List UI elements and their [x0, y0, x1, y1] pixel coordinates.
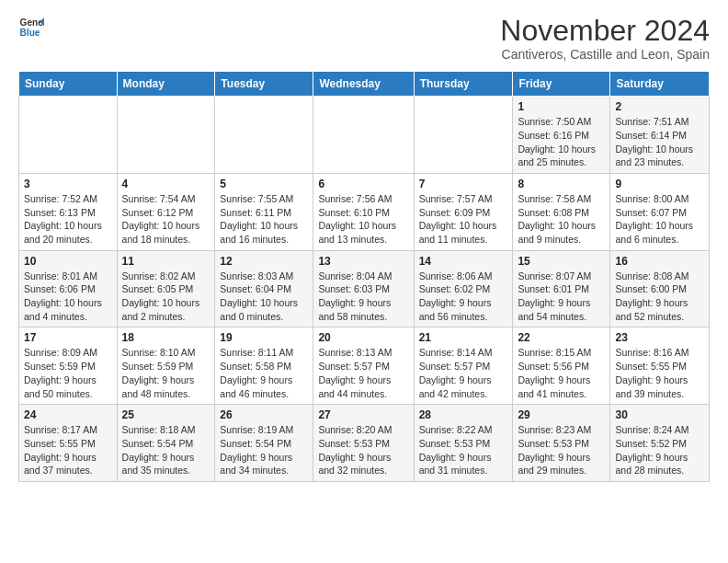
calendar-cell: 30Sunrise: 8:24 AMSunset: 5:52 PMDayligh…	[610, 405, 710, 482]
calendar-cell	[19, 97, 118, 174]
calendar-cell: 17Sunrise: 8:09 AMSunset: 5:59 PMDayligh…	[19, 327, 118, 405]
week-row-4: 17Sunrise: 8:09 AMSunset: 5:59 PMDayligh…	[19, 327, 710, 405]
calendar-cell: 24Sunrise: 8:17 AMSunset: 5:55 PMDayligh…	[19, 405, 118, 482]
calendar-cell: 13Sunrise: 8:04 AMSunset: 6:03 PMDayligh…	[313, 250, 414, 327]
svg-text:General: General	[20, 17, 44, 28]
day-number: 25	[122, 408, 210, 421]
calendar-cell: 8Sunrise: 7:58 AMSunset: 6:08 PMDaylight…	[513, 173, 610, 250]
day-info: Sunrise: 7:51 AMSunset: 6:14 PMDaylight:…	[615, 115, 704, 169]
day-info: Sunrise: 8:20 AMSunset: 5:53 PMDaylight:…	[318, 423, 408, 477]
day-info: Sunrise: 8:23 AMSunset: 5:53 PMDaylight:…	[518, 423, 605, 477]
week-row-2: 3Sunrise: 7:52 AMSunset: 6:13 PMDaylight…	[19, 173, 710, 250]
calendar-cell: 16Sunrise: 8:08 AMSunset: 6:00 PMDayligh…	[610, 250, 710, 327]
day-info: Sunrise: 8:14 AMSunset: 5:57 PMDaylight:…	[419, 346, 508, 400]
day-info: Sunrise: 8:18 AMSunset: 5:54 PMDaylight:…	[122, 423, 210, 477]
day-number: 17	[24, 331, 112, 344]
weekday-header-monday: Monday	[117, 72, 215, 97]
day-info: Sunrise: 7:58 AMSunset: 6:08 PMDaylight:…	[518, 192, 605, 247]
day-number: 11	[122, 255, 210, 268]
calendar-cell: 23Sunrise: 8:16 AMSunset: 5:55 PMDayligh…	[610, 327, 710, 405]
weekday-header-friday: Friday	[513, 72, 610, 97]
calendar-cell: 22Sunrise: 8:15 AMSunset: 5:56 PMDayligh…	[513, 327, 610, 405]
weekday-header-thursday: Thursday	[414, 72, 513, 97]
day-info: Sunrise: 8:09 AMSunset: 5:59 PMDaylight:…	[24, 346, 112, 400]
page-title: November 2024	[500, 15, 710, 47]
day-number: 4	[122, 178, 210, 190]
day-number: 21	[419, 331, 508, 344]
day-number: 29	[518, 408, 605, 421]
calendar-cell: 3Sunrise: 7:52 AMSunset: 6:13 PMDaylight…	[19, 173, 118, 250]
day-number: 27	[318, 408, 408, 421]
calendar-body: 1Sunrise: 7:50 AMSunset: 6:16 PMDaylight…	[19, 97, 710, 482]
calendar-cell: 4Sunrise: 7:54 AMSunset: 6:12 PMDaylight…	[117, 173, 215, 250]
day-info: Sunrise: 7:52 AMSunset: 6:13 PMDaylight:…	[24, 192, 112, 247]
day-info: Sunrise: 8:07 AMSunset: 6:01 PMDaylight:…	[518, 270, 605, 324]
day-number: 18	[122, 331, 210, 344]
day-info: Sunrise: 8:02 AMSunset: 6:05 PMDaylight:…	[122, 270, 210, 324]
day-number: 20	[318, 331, 408, 344]
day-number: 5	[220, 178, 308, 190]
day-number: 8	[518, 178, 605, 190]
weekday-header-saturday: Saturday	[610, 72, 710, 97]
calendar-cell	[215, 97, 313, 174]
calendar-cell: 1Sunrise: 7:50 AMSunset: 6:16 PMDaylight…	[513, 97, 610, 174]
logo: General Blue	[18, 15, 44, 40]
day-number: 1	[518, 100, 605, 113]
weekday-header-wednesday: Wednesday	[313, 72, 414, 97]
day-number: 22	[518, 331, 605, 344]
day-number: 13	[318, 255, 408, 268]
day-info: Sunrise: 8:24 AMSunset: 5:52 PMDaylight:…	[615, 423, 704, 477]
calendar-cell: 6Sunrise: 7:56 AMSunset: 6:10 PMDaylight…	[313, 173, 414, 250]
day-number: 19	[220, 331, 308, 344]
day-info: Sunrise: 8:22 AMSunset: 5:53 PMDaylight:…	[419, 423, 508, 477]
calendar-cell: 7Sunrise: 7:57 AMSunset: 6:09 PMDaylight…	[414, 173, 513, 250]
day-number: 12	[220, 255, 308, 268]
day-number: 7	[419, 178, 508, 190]
day-info: Sunrise: 8:19 AMSunset: 5:54 PMDaylight:…	[220, 423, 308, 477]
day-number: 28	[419, 408, 508, 421]
day-info: Sunrise: 8:00 AMSunset: 6:07 PMDaylight:…	[615, 192, 704, 247]
week-row-3: 10Sunrise: 8:01 AMSunset: 6:06 PMDayligh…	[19, 250, 710, 327]
day-number: 14	[419, 255, 508, 268]
week-row-1: 1Sunrise: 7:50 AMSunset: 6:16 PMDaylight…	[19, 97, 710, 174]
calendar-cell: 28Sunrise: 8:22 AMSunset: 5:53 PMDayligh…	[414, 405, 513, 482]
day-number: 3	[24, 178, 112, 190]
calendar-cell: 2Sunrise: 7:51 AMSunset: 6:14 PMDaylight…	[610, 97, 710, 174]
svg-text:Blue: Blue	[20, 28, 40, 38]
day-info: Sunrise: 8:03 AMSunset: 6:04 PMDaylight:…	[220, 270, 308, 324]
calendar-cell	[313, 97, 414, 174]
day-info: Sunrise: 8:01 AMSunset: 6:06 PMDaylight:…	[24, 270, 112, 324]
calendar-cell: 21Sunrise: 8:14 AMSunset: 5:57 PMDayligh…	[414, 327, 513, 405]
day-number: 2	[615, 100, 704, 113]
calendar-cell: 15Sunrise: 8:07 AMSunset: 6:01 PMDayligh…	[513, 250, 610, 327]
day-info: Sunrise: 8:13 AMSunset: 5:57 PMDaylight:…	[318, 346, 408, 400]
title-area: November 2024 Cantiveros, Castille and L…	[500, 15, 710, 62]
calendar-header: SundayMondayTuesdayWednesdayThursdayFrid…	[19, 72, 710, 97]
calendar-cell: 27Sunrise: 8:20 AMSunset: 5:53 PMDayligh…	[313, 405, 414, 482]
calendar-cell: 26Sunrise: 8:19 AMSunset: 5:54 PMDayligh…	[215, 405, 313, 482]
weekday-header-sunday: Sunday	[19, 72, 118, 97]
day-info: Sunrise: 7:50 AMSunset: 6:16 PMDaylight:…	[518, 115, 605, 169]
day-info: Sunrise: 8:16 AMSunset: 5:55 PMDaylight:…	[615, 346, 704, 400]
day-number: 9	[615, 178, 704, 190]
page-subtitle: Cantiveros, Castille and Leon, Spain	[500, 47, 710, 62]
calendar-cell: 14Sunrise: 8:06 AMSunset: 6:02 PMDayligh…	[414, 250, 513, 327]
calendar-cell: 29Sunrise: 8:23 AMSunset: 5:53 PMDayligh…	[513, 405, 610, 482]
day-number: 16	[615, 255, 704, 268]
day-info: Sunrise: 8:04 AMSunset: 6:03 PMDaylight:…	[318, 270, 408, 324]
day-number: 24	[24, 408, 112, 421]
day-number: 10	[24, 255, 112, 268]
calendar-cell: 20Sunrise: 8:13 AMSunset: 5:57 PMDayligh…	[313, 327, 414, 405]
day-info: Sunrise: 8:15 AMSunset: 5:56 PMDaylight:…	[518, 346, 605, 400]
day-info: Sunrise: 7:54 AMSunset: 6:12 PMDaylight:…	[122, 192, 210, 247]
day-number: 6	[318, 178, 408, 190]
calendar-cell: 18Sunrise: 8:10 AMSunset: 5:59 PMDayligh…	[117, 327, 215, 405]
calendar-cell	[117, 97, 215, 174]
logo-icon: General Blue	[18, 15, 44, 40]
day-number: 30	[615, 408, 704, 421]
header: General Blue November 2024 Cantiveros, C…	[18, 15, 710, 62]
calendar-table: SundayMondayTuesdayWednesdayThursdayFrid…	[18, 71, 710, 482]
day-info: Sunrise: 8:17 AMSunset: 5:55 PMDaylight:…	[24, 423, 112, 477]
day-info: Sunrise: 8:06 AMSunset: 6:02 PMDaylight:…	[419, 270, 508, 324]
day-number: 23	[615, 331, 704, 344]
